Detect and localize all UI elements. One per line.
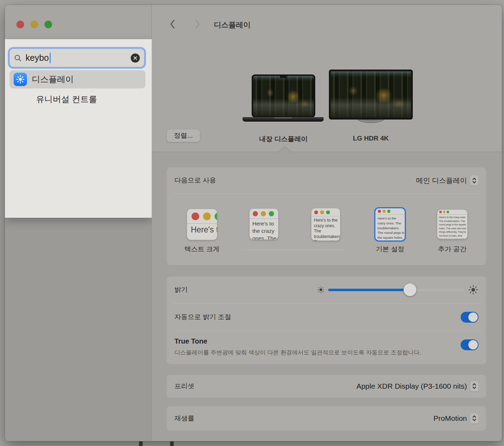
display-brightness-icon <box>14 73 27 86</box>
display-settings-pane: 디스플레이 내장 디스플레이 LG HDR 4K 정렬... <box>152 5 502 441</box>
preview-text: Here's to the crazy ones. The troublemak… <box>311 216 340 241</box>
true-tone-toggle[interactable] <box>461 339 478 350</box>
laptop-base <box>243 117 324 122</box>
preview-text: Here's to the crazy ones. The troublemak… <box>250 219 278 240</box>
external-display-name: LG HDR 4K <box>325 135 416 142</box>
builtin-display-preview[interactable] <box>252 74 315 117</box>
refresh-rate-popup[interactable]: ProMotion <box>433 413 478 424</box>
minimize-button[interactable] <box>30 21 38 28</box>
popup-chevrons-icon <box>470 413 478 424</box>
slider-thumb[interactable] <box>404 283 417 296</box>
close-button[interactable] <box>16 21 24 28</box>
back-button[interactable] <box>168 19 177 29</box>
page-title: 디스플레이 <box>214 20 251 30</box>
laptop-base-notch <box>274 117 292 118</box>
preview-text: Here's to the crazy ones. The troublemak… <box>437 215 467 239</box>
scaling-connector-line <box>238 250 350 250</box>
brightness-bright-icon <box>468 285 478 295</box>
scaling-option-more-space[interactable]: Here's to the crazy ones. The troublemak… <box>437 209 468 239</box>
search-query-text: keybo <box>26 53 49 63</box>
brightness-dim-icon <box>317 286 325 294</box>
popup-chevrons-icon <box>470 175 478 186</box>
use-as-value: 메인 디스플레이 <box>416 176 467 185</box>
refresh-rate-label: 재생률 <box>174 414 194 423</box>
brightness-slider[interactable] <box>328 289 465 291</box>
brightness-label: 밝기 <box>174 285 188 294</box>
use-as-row: 다음으로 사용 메인 디스플레이 <box>167 167 486 193</box>
builtin-display-name: 내장 디스플레이 <box>238 135 329 144</box>
slider-fill <box>328 289 410 291</box>
preset-label: 프리셋 <box>174 382 194 391</box>
search-result-label: 디스플레이 <box>32 74 74 85</box>
true-tone-label: True Tone <box>174 337 435 345</box>
brightness-card: 밝기 <box>167 276 486 364</box>
search-result-universal-control[interactable]: 유니버설 컨트롤 <box>9 90 145 108</box>
preview-text: Here's to the crazy ones. The troublemak… <box>187 224 217 235</box>
external-display-preview[interactable] <box>329 70 413 120</box>
scaling-option-2[interactable]: Here's to the crazy ones. The troublemak… <box>249 208 279 240</box>
selected-display-caret <box>277 146 292 152</box>
clear-search-button[interactable] <box>131 53 140 63</box>
wallpaper-thumbnail <box>253 76 314 116</box>
brightness-row: 밝기 <box>167 276 486 303</box>
system-settings-window: keybo 디스플레 <box>5 5 502 441</box>
search-input[interactable]: keybo <box>9 49 144 67</box>
scaling-label-default: 기본 설정 <box>362 245 418 254</box>
resolution-card: 다음으로 사용 메인 디스플레이 Here's to th <box>167 167 486 265</box>
search-results-popover: keybo 디스플레 <box>5 39 152 218</box>
preset-popup[interactable]: Apple XDR Display (P3-1600 nits) <box>357 381 478 391</box>
sidebar: keybo 디스플레 <box>5 5 152 441</box>
popup-chevrons-icon <box>470 381 478 391</box>
auto-brightness-label: 자동으로 밝기 조절 <box>174 312 231 322</box>
preview-text: Here's to the crazy ones. The troublemak… <box>375 215 405 242</box>
arrange-button[interactable]: 정렬... <box>166 129 200 142</box>
settings-list: 다음으로 사용 메인 디스플레이 Here's to th <box>152 152 502 441</box>
scaling-options: Here's to the crazy ones. The troublemak… <box>167 194 486 265</box>
preset-row: 프리셋 Apple XDR Display (P3-1600 nits) <box>167 375 486 398</box>
text-caret <box>50 53 51 63</box>
true-tone-row: True Tone 디스플레이를 주변광에 맞춰 색상이 다른 환경에서도 일관… <box>167 331 486 364</box>
auto-brightness-row: 자동으로 밝기 조절 <box>167 303 486 331</box>
zoom-button[interactable] <box>44 21 52 28</box>
laptop-notch <box>280 76 287 78</box>
scaling-label-larger-text: 텍스트 크게 <box>174 245 230 254</box>
forward-button[interactable] <box>193 19 202 29</box>
search-icon <box>14 54 22 62</box>
scaling-option-3[interactable]: Here's to the crazy ones. The troublemak… <box>311 208 340 241</box>
search-result-display[interactable]: 디스플레이 <box>9 70 145 88</box>
refresh-rate-value: ProMotion <box>433 414 467 423</box>
preset-card: 프리셋 Apple XDR Display (P3-1600 nits) <box>167 375 486 398</box>
scaling-label-more-space: 추가 공간 <box>424 245 480 254</box>
scaling-option-default-selected[interactable]: Here's to the crazy ones. The troublemak… <box>374 207 406 242</box>
wallpaper-thumbnail <box>331 71 411 118</box>
sidebar-dimmed-area <box>5 218 151 441</box>
search-result-label: 유니버설 컨트롤 <box>36 94 97 105</box>
auto-brightness-toggle[interactable] <box>461 312 478 323</box>
use-as-label: 다음으로 사용 <box>174 176 216 185</box>
use-as-popup[interactable]: 메인 디스플레이 <box>416 175 478 186</box>
window-controls <box>16 21 52 28</box>
preset-value: Apple XDR Display (P3-1600 nits) <box>357 382 467 390</box>
refresh-rate-row: 재생률 ProMotion <box>167 406 486 431</box>
refresh-rate-card: 재생률 ProMotion <box>167 406 486 431</box>
scaling-option-larger-text[interactable]: Here's to the crazy ones. The troublemak… <box>187 209 217 240</box>
true-tone-description: 디스플레이를 주변광에 맞춰 색상이 다른 환경에서도 일관적으로 보이도록 자… <box>174 348 435 357</box>
